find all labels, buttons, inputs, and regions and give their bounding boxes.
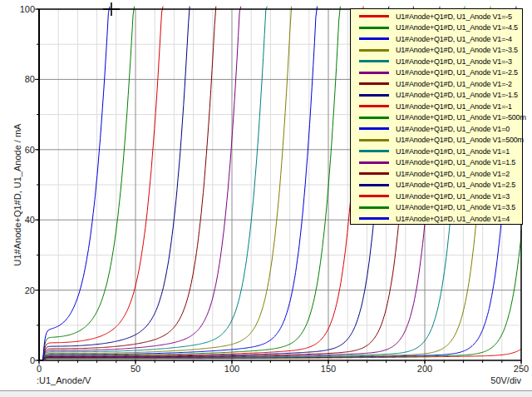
x-axis-tick-label: 250 [510,364,532,374]
curve-v1-2 [39,7,216,360]
legend-label: U1#Anode+Q1#D, U1_Anode V1=-2.5 [396,68,518,77]
curve-v1-0 [39,7,318,360]
y-axis-tick-label: 80 [7,74,35,84]
legend-swatch [359,195,389,197]
legend-item-v1--3[interactable]: U1#Anode+Q1#D, U1_Anode V1=-3 [351,56,522,67]
legend-item-v1-3[interactable]: U1#Anode+Q1#D, U1_Anode V1=3 [351,191,522,202]
legend-label: U1#Anode+Q1#D, U1_Anode V1=1.5 [396,158,515,166]
legend-item-v1-500m[interactable]: U1#Anode+Q1#D, U1_Anode V1=500m [351,135,522,146]
legend-item-v1-1.5[interactable]: U1#Anode+Q1#D, U1_Anode V1=1.5 [351,157,522,169]
legend-item-v1-1[interactable]: U1#Anode+Q1#D, U1_Anode V1=1 [351,146,522,157]
curve-v1--1 [39,7,363,360]
legend-item-v1-4[interactable]: U1#Anode+Q1#D, U1_Anode V1=4 [351,213,522,225]
y-axis-tick-label: 20 [7,285,35,295]
y-axis-tick-label: 60 [7,145,35,155]
legend-label: U1#Anode+Q1#D, U1_Anode V1=-4 [396,35,512,43]
legend-swatch [359,27,389,29]
legend-item-v1--4[interactable]: U1#Anode+Q1#D, U1_Anode V1=-4 [351,33,522,45]
legend-label: U1#Anode+Q1#D, U1_Anode V1=-1.5 [396,91,518,99]
y-axis-tick-label: 0 [7,355,35,365]
legend-swatch [359,139,389,141]
x-axis-tick-label: 50 [124,364,147,374]
curve-v1-1.5 [39,7,241,360]
curve-v1--500m [39,7,340,360]
x-axis-tick-label: 100 [220,364,244,374]
legend-swatch [359,94,389,97]
legend-box[interactable]: U1#Anode+Q1#D, U1_Anode V1=-5U1#Anode+Q1… [350,8,523,225]
legend-item-v1--2.5[interactable]: U1#Anode+Q1#D, U1_Anode V1=-2.5 [351,67,522,79]
legend-swatch [359,184,389,186]
x-axis-title: :U1_Anode/V [37,375,91,385]
y-axis-tick-label: 40 [7,215,35,225]
legend-label: U1#Anode+Q1#D, U1_Anode V1=4 [396,215,510,223]
legend-label: U1#Anode+Q1#D, U1_Anode V1=2.5 [396,181,515,189]
curve-v1-1 [39,7,268,360]
curve-v1-3 [39,7,163,360]
legend-item-v1--1.5[interactable]: U1#Anode+Q1#D, U1_Anode V1=-1.5 [351,90,522,102]
legend-swatch [359,82,389,85]
plot-window: U1#Anode+Q1#D, U1_Anode / mA :U1_Anode/V… [0,0,532,397]
legend-label: U1#Anode+Q1#D, U1_Anode V1=3 [396,192,510,201]
legend-swatch [359,37,389,40]
legend-swatch [359,127,389,130]
legend-item-v1--500m[interactable]: U1#Anode+Q1#D, U1_Anode V1=-500m [351,112,522,124]
y-axis-title: U1#Anode+Q1#D, U1_Anode / mA [12,70,22,320]
legend-label: U1#Anode+Q1#D, U1_Anode V1=-500m [396,113,526,122]
legend-swatch [359,206,389,209]
curve-v1--4.5 [39,231,521,361]
legend-label: U1#Anode+Q1#D, U1_Anode V1=-4.5 [396,23,518,32]
legend-item-v1-2[interactable]: U1#Anode+Q1#D, U1_Anode V1=2 [351,168,522,180]
legend-item-v1-0[interactable]: U1#Anode+Q1#D, U1_Anode V1=0 [351,123,522,135]
legend-label: U1#Anode+Q1#D, U1_Anode V1=-3 [396,57,512,66]
legend-swatch [359,72,389,74]
legend-swatch [359,15,389,17]
legend-label: U1#Anode+Q1#D, U1_Anode V1=-5 [396,12,512,21]
x-axis-tick-label: 150 [317,364,340,374]
legend-item-v1-3.5[interactable]: U1#Anode+Q1#D, U1_Anode V1=3.5 [351,202,522,214]
legend-label: U1#Anode+Q1#D, U1_Anode V1=-3.5 [396,46,518,54]
legend-item-v1-2.5[interactable]: U1#Anode+Q1#D, U1_Anode V1=2.5 [351,180,522,191]
legend-label: U1#Anode+Q1#D, U1_Anode V1=1 [396,147,510,156]
legend-swatch [359,217,389,220]
legend-swatch [359,161,389,164]
legend-item-v1--5[interactable]: U1#Anode+Q1#D, U1_Anode V1=-5 [351,11,522,22]
status-bar [0,390,532,397]
legend-label: U1#Anode+Q1#D, U1_Anode V1=3.5 [396,203,515,211]
legend-label: U1#Anode+Q1#D, U1_Anode V1=0 [396,125,510,133]
curve-v1-3.5 [39,7,135,360]
legend-label: U1#Anode+Q1#D, U1_Anode V1=500m [396,136,524,144]
legend-item-v1--1[interactable]: U1#Anode+Q1#D, U1_Anode V1=-1 [351,101,522,112]
legend-swatch [359,150,389,152]
legend-swatch [359,60,389,62]
legend-swatch [359,117,389,119]
curve-v1-2.5 [39,7,190,360]
legend-label: U1#Anode+Q1#D, U1_Anode V1=-1 [396,102,512,111]
legend-item-v1--2[interactable]: U1#Anode+Q1#D, U1_Anode V1=-2 [351,78,522,90]
y-axis-tick-label: 100 [7,4,35,14]
legend-item-v1--4.5[interactable]: U1#Anode+Q1#D, U1_Anode V1=-4.5 [351,22,522,34]
curve-v1-500m [39,7,292,360]
legend-label: U1#Anode+Q1#D, U1_Anode V1=-2 [396,80,512,88]
legend-item-v1--3.5[interactable]: U1#Anode+Q1#D, U1_Anode V1=-3.5 [351,45,522,57]
scale-per-div-label: 50V/div [449,375,521,385]
legend-swatch [359,172,389,175]
legend-label: U1#Anode+Q1#D, U1_Anode V1=2 [396,170,510,178]
x-axis-tick-label: 200 [413,364,436,374]
legend-swatch [359,49,389,52]
legend-swatch [359,105,389,107]
